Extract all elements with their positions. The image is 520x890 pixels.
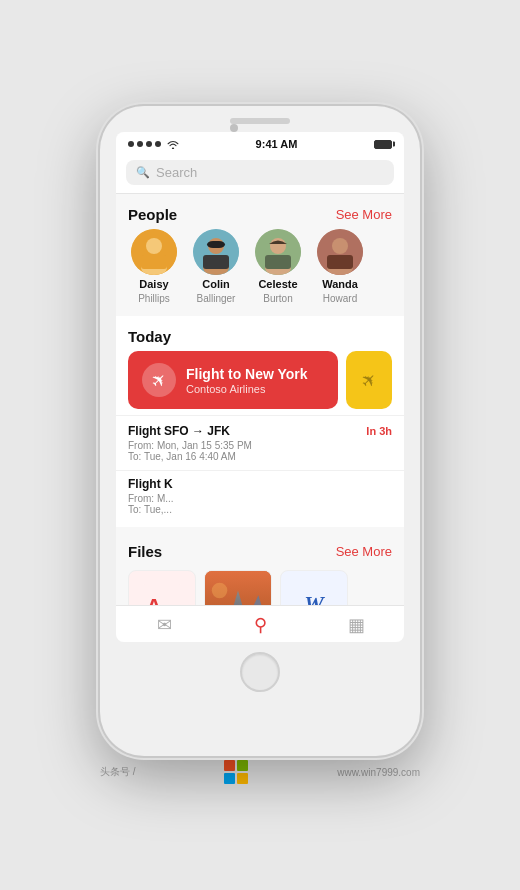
people-section-header: People See More [116,194,404,229]
svg-point-1 [146,238,162,254]
today-section-header: Today [116,316,404,351]
file-image[interactable] [204,570,272,605]
today-title: Today [128,328,171,345]
search-bar[interactable]: 🔍 Search [126,160,394,185]
person-daisy-name: Daisy [139,278,168,290]
file-thumb-pdf: A [128,570,196,605]
people-row: Daisy Phillips [116,229,404,312]
person-colin-last: Ballinger [197,293,236,304]
watermark-site2: www.win7999.com [337,767,420,778]
phone-speaker [230,118,290,124]
flight-card-title: Flight to New York [186,366,308,382]
dot4 [155,141,161,147]
file-boarding-pass[interactable]: A BoardingPass PDF [128,570,196,605]
svg-rect-12 [265,255,291,269]
file-thumb-doc: W [280,570,348,605]
file-receipt[interactable]: W Receipt DOCX [280,570,348,605]
file-thumb-image [204,570,272,605]
flight-from: From: Mon, Jan 15 5:35 PM [128,440,392,451]
svg-point-10 [270,238,286,254]
search-icon: 🔍 [136,166,150,179]
person-celeste-name: Celeste [258,278,297,290]
svg-rect-3 [141,255,167,269]
phone-camera [230,124,238,132]
word-icon: W [304,591,324,605]
person-celeste[interactable]: Celeste Burton [252,229,304,304]
second-flight-route: Flight K [128,477,173,491]
phone-container: 9:41 AM 🔍 Search People See More [100,106,420,784]
mountain-image [205,570,271,605]
people-section: People See More [116,194,404,312]
person-colin-name: Colin [202,278,230,290]
second-flight-row: Flight K From: M... To: Tue,... [116,470,404,519]
svg-rect-8 [207,241,225,248]
mail-icon: ✉ [157,614,172,636]
status-time: 9:41 AM [256,138,298,150]
files-see-more[interactable]: See More [336,544,392,559]
dot3 [146,141,152,147]
battery [374,140,392,149]
dot1 [128,141,134,147]
flight-card-yellow[interactable]: ✈ [346,351,392,409]
flight-detail-row[interactable]: Flight SFO → JFK In 3h From: Mon, Jan 15… [116,415,404,470]
second-flight-from: From: M... [128,493,392,504]
svg-point-14 [332,238,348,254]
yellow-plane-icon: ✈ [356,367,382,393]
wifi-icon [167,140,179,149]
flight-cards-row: ✈ Flight to New York Contoso Airlines ✈ [128,351,392,409]
home-button[interactable] [240,652,280,692]
files-title: Files [128,543,162,560]
person-wanda-last: Howard [323,293,357,304]
flight-route: Flight SFO → JFK [128,424,230,438]
avatar-colin [193,229,239,275]
person-daisy[interactable]: Daisy Phillips [128,229,180,304]
flight-card-airline: Contoso Airlines [186,383,308,395]
search-tab-icon: ⚲ [254,614,267,636]
search-bar-wrap: 🔍 Search [116,154,404,194]
calendar-icon: ▦ [348,614,365,636]
second-flight-to: To: Tue,... [128,504,392,515]
search-placeholder: Search [156,165,197,180]
files-section: Files See More A BoardingPass PDF [116,531,404,605]
flight-card-red[interactable]: ✈ Flight to New York Contoso Airlines [128,351,338,409]
files-section-header: Files See More [116,531,404,566]
tab-search[interactable]: ⚲ [230,614,290,636]
person-wanda[interactable]: Wanda Howard [314,229,366,304]
phone-screen: 9:41 AM 🔍 Search People See More [116,132,404,642]
person-colin[interactable]: Colin Ballinger [190,229,242,304]
signal-dots [128,140,179,149]
phone-outer: 9:41 AM 🔍 Search People See More [100,106,420,756]
avatar-wanda [317,229,363,275]
windows-logo [224,760,248,784]
tab-mail[interactable]: ✉ [134,614,194,636]
flight-card-text: Flight to New York Contoso Airlines [186,366,308,395]
person-celeste-last: Burton [263,293,292,304]
svg-point-24 [212,583,228,599]
files-row: A BoardingPass PDF [116,566,404,605]
flight-plane-icon: ✈ [146,367,172,393]
person-wanda-name: Wanda [322,278,358,290]
tab-bar: ✉ ⚲ ▦ [116,605,404,642]
people-title: People [128,206,177,223]
flight-time-label: In 3h [366,425,392,437]
svg-text:A: A [146,594,162,605]
battery-icon [374,140,392,149]
flight-card-icon-wrap: ✈ [142,363,176,397]
content-scroll[interactable]: People See More [116,194,404,605]
svg-rect-16 [327,255,353,269]
flight-to: To: Tue, Jan 16 4:40 AM [128,451,392,462]
tab-calendar[interactable]: ▦ [326,614,386,636]
flight-detail-header: Flight SFO → JFK In 3h [128,424,392,438]
people-see-more[interactable]: See More [336,207,392,222]
avatar-daisy [131,229,177,275]
status-bar: 9:41 AM [116,132,404,154]
today-section: Today ✈ Flight to New York Contoso Airli… [116,316,404,527]
dot2 [137,141,143,147]
watermark-site1: 头条号 / [100,765,136,779]
avatar-celeste [255,229,301,275]
svg-rect-7 [203,255,229,269]
person-daisy-last: Phillips [138,293,170,304]
